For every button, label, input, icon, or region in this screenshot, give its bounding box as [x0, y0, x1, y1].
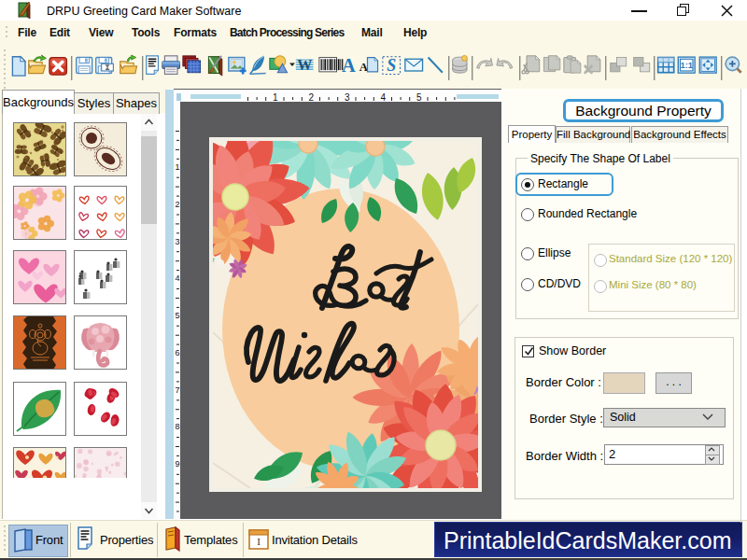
- svg-text:S: S: [387, 56, 396, 75]
- svg-text:4: 4: [380, 92, 386, 102]
- svg-text:4: 4: [175, 273, 179, 283]
- svg-text:1: 1: [175, 162, 179, 172]
- svg-text:A: A: [342, 55, 356, 76]
- svg-text:W: W: [297, 57, 312, 73]
- svg-text:5: 5: [175, 311, 179, 320]
- svg-text:1: 1: [273, 92, 278, 102]
- svg-text:6: 6: [175, 348, 179, 357]
- svg-text:5: 5: [416, 92, 422, 102]
- svg-text:1:1: 1:1: [680, 61, 693, 70]
- svg-text:2: 2: [175, 200, 179, 209]
- svg-text:7: 7: [175, 385, 179, 395]
- svg-text:3: 3: [345, 92, 350, 102]
- svg-text:8: 8: [175, 422, 179, 431]
- svg-text:9: 9: [175, 459, 179, 469]
- svg-text:3: 3: [175, 237, 179, 246]
- svg-text:I: I: [257, 536, 261, 547]
- svg-text:2: 2: [308, 92, 314, 102]
